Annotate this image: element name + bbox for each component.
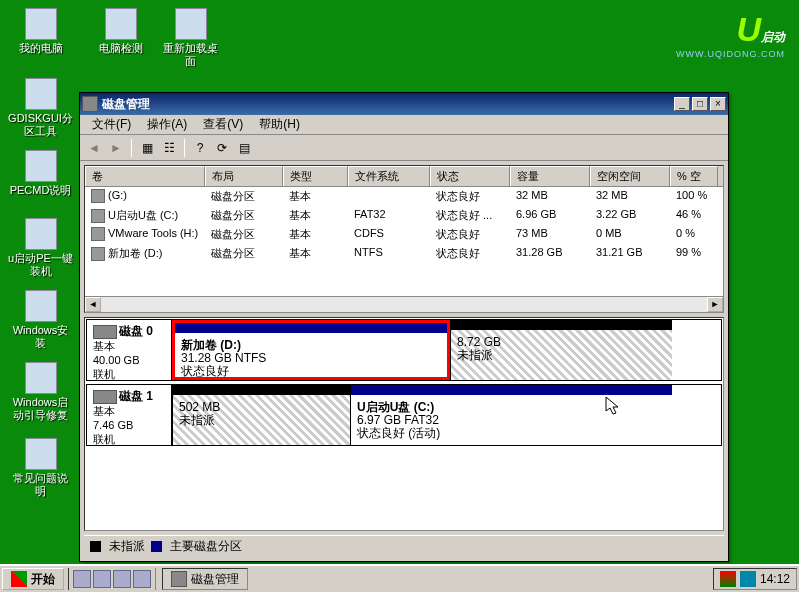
disk-graphical-view[interactable]: 磁盘 0基本40.00 GB联机新加卷 (D:)31.28 GB NTFS状态良…	[84, 317, 724, 531]
window-title: 磁盘管理	[102, 96, 672, 113]
titlebar[interactable]: 磁盘管理 _ □ ×	[80, 93, 728, 115]
volume-list[interactable]: 卷 布局 类型 文件系统 状态 容量 空闲空间 % 空 (G:)磁盘分区基本状态…	[84, 165, 724, 313]
quick-launch-item[interactable]	[113, 570, 131, 588]
app-icon	[105, 8, 137, 40]
forward-button: ►	[106, 138, 126, 158]
partition[interactable]: 502 MB未指派	[172, 385, 350, 445]
col-volume[interactable]: 卷	[85, 166, 205, 186]
scroll-right-button[interactable]: ►	[707, 297, 723, 312]
legend-unalloc: 未指派	[109, 538, 145, 555]
desktop-icon[interactable]: 电脑检测	[88, 8, 153, 55]
desktop-icon[interactable]: 重新加载桌面	[158, 8, 223, 68]
partition-bar	[451, 320, 672, 330]
col-fs[interactable]: 文件系统	[348, 166, 430, 186]
taskbar-app-label: 磁盘管理	[191, 571, 239, 588]
icon-label: u启动PE一键装机	[8, 252, 73, 278]
icon-label: Windows安装	[8, 324, 73, 350]
quick-launch-item[interactable]	[93, 570, 111, 588]
desktop-icon[interactable]: 常见问题说明	[8, 438, 73, 498]
tray-icon[interactable]	[740, 571, 756, 587]
disk-mgmt-icon	[82, 96, 98, 112]
volume-icon	[91, 209, 105, 223]
partition-bar	[173, 385, 350, 395]
app-icon	[25, 362, 57, 394]
volume-row[interactable]: 新加卷 (D:)磁盘分区基本NTFS状态良好31.28 GB31.21 GB99…	[85, 244, 723, 263]
icon-label: 常见问题说明	[8, 472, 73, 498]
app-icon	[25, 150, 57, 182]
quick-launch-item[interactable]	[133, 570, 151, 588]
close-button[interactable]: ×	[710, 97, 726, 111]
partition-label: 新加卷 (D:)31.28 GB NTFS状态良好	[181, 339, 441, 378]
app-icon	[175, 8, 207, 40]
legend-swatch-primary	[151, 541, 162, 552]
menu-help[interactable]: 帮助(H)	[251, 114, 308, 135]
volume-row[interactable]: U启动U盘 (C:)磁盘分区基本FAT32状态良好 ...6.96 GB3.22…	[85, 206, 723, 225]
volume-row[interactable]: (G:)磁盘分区基本状态良好32 MB32 MB100 %	[85, 187, 723, 206]
col-free[interactable]: 空闲空间	[590, 166, 670, 186]
quick-launch	[68, 568, 156, 590]
partition-label: 8.72 GB未指派	[457, 336, 666, 362]
app-icon	[25, 290, 57, 322]
minimize-button[interactable]: _	[674, 97, 690, 111]
app-icon	[25, 8, 57, 40]
icon-label: 我的电脑	[8, 42, 73, 55]
partition[interactable]: U启动U盘 (C:)6.97 GB FAT32状态良好 (活动)	[350, 385, 672, 445]
partition-bar	[175, 323, 447, 333]
volume-row[interactable]: VMware Tools (H:)磁盘分区基本CDFS状态良好73 MB0 MB…	[85, 225, 723, 244]
desktop-icon[interactable]: 我的电脑	[8, 8, 73, 55]
disk-info: 磁盘 1基本7.46 GB联机	[87, 385, 172, 445]
scroll-track[interactable]	[101, 297, 707, 312]
icon-label: Windows启动引导修复	[8, 396, 73, 422]
partition-label: 502 MB未指派	[179, 401, 344, 427]
app-icon	[25, 78, 57, 110]
disk-management-window: 磁盘管理 _ □ × 文件(F) 操作(A) 查看(V) 帮助(H) ◄ ► ▦…	[79, 92, 729, 562]
legend-swatch-unalloc	[90, 541, 101, 552]
menu-view[interactable]: 查看(V)	[195, 114, 251, 135]
desktop-icon[interactable]: u启动PE一键装机	[8, 218, 73, 278]
icon-label: 重新加载桌面	[158, 42, 223, 68]
partition[interactable]: 新加卷 (D:)31.28 GB NTFS状态良好	[172, 320, 450, 380]
tool-help-icon[interactable]: ?	[190, 138, 210, 158]
tray-icon[interactable]	[720, 571, 736, 587]
disk-icon	[93, 325, 117, 339]
hscrollbar[interactable]: ◄ ►	[85, 296, 723, 312]
disk-info: 磁盘 0基本40.00 GB联机	[87, 320, 172, 380]
taskbar: 开始 磁盘管理 14:12	[0, 564, 799, 592]
tool-settings-icon[interactable]: ▤	[234, 138, 254, 158]
taskbar-app-button[interactable]: 磁盘管理	[162, 568, 248, 590]
windows-flag-icon	[11, 571, 27, 587]
start-button[interactable]: 开始	[2, 568, 64, 590]
menu-action[interactable]: 操作(A)	[139, 114, 195, 135]
icon-label: PECMD说明	[8, 184, 73, 197]
col-pct[interactable]: % 空	[670, 166, 718, 186]
partition[interactable]: 8.72 GB未指派	[450, 320, 672, 380]
menu-file[interactable]: 文件(F)	[84, 114, 139, 135]
col-capacity[interactable]: 容量	[510, 166, 590, 186]
col-status[interactable]: 状态	[430, 166, 510, 186]
scroll-left-button[interactable]: ◄	[85, 297, 101, 312]
disk-icon	[93, 390, 117, 404]
desktop-icon[interactable]: Windows安装	[8, 290, 73, 350]
tool-properties-icon[interactable]: ▦	[137, 138, 157, 158]
app-icon	[25, 438, 57, 470]
col-type[interactable]: 类型	[283, 166, 348, 186]
tool-refresh-icon[interactable]: ⟳	[212, 138, 232, 158]
desktop-icon[interactable]: Windows启动引导修复	[8, 362, 73, 422]
brand-logo: U启动 WWW.UQIDONG.COM	[676, 10, 785, 59]
col-layout[interactable]: 布局	[205, 166, 283, 186]
clock[interactable]: 14:12	[760, 572, 790, 586]
maximize-button[interactable]: □	[692, 97, 708, 111]
partition-label: U启动U盘 (C:)6.97 GB FAT32状态良好 (活动)	[357, 401, 666, 440]
system-tray[interactable]: 14:12	[713, 568, 797, 590]
icon-label: GDISKGUI分区工具	[8, 112, 73, 138]
volume-icon	[91, 227, 105, 241]
quick-launch-item[interactable]	[73, 570, 91, 588]
disk-row[interactable]: 磁盘 1基本7.46 GB联机502 MB未指派U启动U盘 (C:)6.97 G…	[86, 384, 722, 446]
tool-list-icon[interactable]: ☷	[159, 138, 179, 158]
disk-mgmt-icon	[171, 571, 187, 587]
legend-primary: 主要磁盘分区	[170, 538, 242, 555]
back-button: ◄	[84, 138, 104, 158]
desktop-icon[interactable]: GDISKGUI分区工具	[8, 78, 73, 138]
disk-row[interactable]: 磁盘 0基本40.00 GB联机新加卷 (D:)31.28 GB NTFS状态良…	[86, 319, 722, 381]
desktop-icon[interactable]: PECMD说明	[8, 150, 73, 197]
